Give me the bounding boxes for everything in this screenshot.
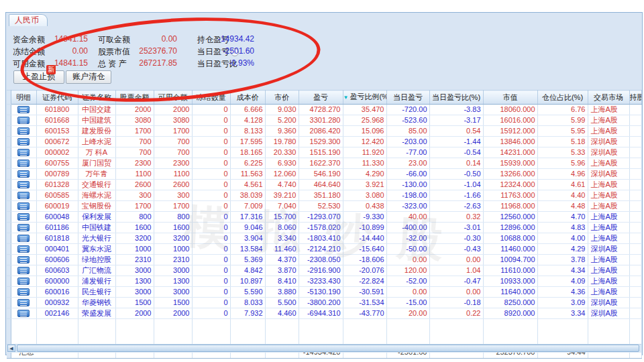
column-header[interactable]: 当日盈亏比(%) <box>429 90 483 105</box>
table-row[interactable]: 601328交通银行2600260004.5614.740464.6403.92… <box>7 180 641 190</box>
detail-icon-button[interactable] <box>17 213 30 221</box>
detail-icon-button[interactable] <box>17 138 30 145</box>
column-header[interactable]: 盈亏 <box>299 90 343 105</box>
table-row[interactable]: 000672上峰水泥700700017.59519.7801529.30012.… <box>7 137 641 147</box>
cell: 000789 <box>36 169 78 180</box>
table-row[interactable]: 600016民生银行3000300005.5903.880-5130.190-3… <box>7 287 641 298</box>
table-row[interactable]: 000401冀东水泥10001000013.58411.460-2124.210… <box>7 244 641 255</box>
table-row[interactable]: 600606绿地控股2310231005.3694.370-2308.050-1… <box>7 255 641 265</box>
detail-icon-button[interactable] <box>17 192 30 199</box>
table-row[interactable]: 000932华菱钢铁1500150008.0335.500-3800.200-3… <box>7 298 641 308</box>
cell: 601818 <box>36 233 78 244</box>
cell: 2000 <box>115 308 154 319</box>
table-row[interactable]: 600048保利发展800800017.31615.700-1293.070-9… <box>7 212 641 223</box>
column-header[interactable]: 交易市场 <box>588 90 629 105</box>
cell: -3233.430 <box>299 276 343 287</box>
cell: 0 <box>192 223 230 233</box>
detail-icon-button[interactable] <box>17 245 30 253</box>
table-row[interactable]: 600000浦发银行13001300010.8978.410-3233.430-… <box>7 276 641 287</box>
cell: -5130.190 <box>299 287 343 298</box>
table-row[interactable]: 601186中国铁建1600160009.0468.060-1578.020-1… <box>7 223 641 233</box>
filler-cell <box>429 319 483 347</box>
cell: 4.34 <box>537 265 588 276</box>
column-header[interactable]: 当日盈亏 <box>386 90 429 105</box>
table-row[interactable]: 600755厦门国贸2300230006.2256.9301622.37011.… <box>7 158 641 169</box>
detail-icon-button[interactable] <box>17 224 30 231</box>
scrollbar-thumb[interactable] <box>17 345 639 352</box>
cell: 上海A股 <box>588 223 629 233</box>
cell: 13846.000 <box>483 137 537 147</box>
cell: 40.00 <box>386 212 429 223</box>
cell: 4728.270 <box>299 105 343 115</box>
detail-icon-button[interactable] <box>17 267 30 274</box>
column-header[interactable]: 市值 <box>483 90 537 105</box>
detail-icon-button[interactable] <box>17 288 30 296</box>
cell: 0.54 <box>429 126 483 137</box>
column-header[interactable]: 仓位占比(%) <box>537 90 588 105</box>
column-header[interactable]: ▼盈亏比例(%) <box>343 90 386 105</box>
cell: 8.060 <box>265 223 299 233</box>
table-row[interactable]: 600019宝钢股份1700170007.0097.04052.5300.438… <box>7 201 641 212</box>
column-header[interactable]: 市价 <box>265 90 299 105</box>
cell: -15.640 <box>343 244 386 255</box>
column-header[interactable]: 可用余额 <box>154 90 192 105</box>
table-row[interactable]: 600153建发股份1700170008.1339.3602086.42015.… <box>7 126 641 137</box>
column-header[interactable]: 冻结数量 <box>192 90 230 105</box>
cell: 1300 <box>154 276 192 287</box>
table-row[interactable]: 600585海螺水泥300300038.03939.210351.1803.08… <box>7 190 641 201</box>
cell: 12560.000 <box>483 212 537 223</box>
cell: -50.00 <box>386 244 429 255</box>
clear-account-button[interactable]: 账户清仓 <box>66 70 111 84</box>
cell-holding <box>629 276 641 287</box>
cell: -3.17 <box>429 115 483 126</box>
stop-profit-loss-button[interactable]: 止盈止损 <box>13 70 64 84</box>
column-header[interactable]: 证券名称 <box>78 90 115 105</box>
cell: 5.369 <box>230 255 265 265</box>
cell: 上海A股 <box>588 190 629 201</box>
table-row[interactable]: 002146荣盛发展2000200007.9324.460-6944.310-4… <box>7 308 641 319</box>
detail-icon-button[interactable] <box>17 149 30 156</box>
cell: 17.595 <box>230 137 265 147</box>
cell: 4.83 <box>537 223 588 233</box>
table-row[interactable]: 000789万年青11001100011.56312.060546.1904.2… <box>7 169 641 180</box>
detail-icon-button[interactable] <box>17 256 30 263</box>
cell-holding <box>629 147 641 158</box>
cell: 上峰水泥 <box>78 137 115 147</box>
cell: 85.00 <box>386 126 429 137</box>
cell: 0 <box>192 147 230 158</box>
detail-icon-button[interactable] <box>17 181 30 188</box>
detail-icon-button[interactable] <box>17 202 30 210</box>
withdrawable-label: 可取金额 <box>98 34 130 46</box>
detail-icon-button[interactable] <box>17 235 30 242</box>
cell-holding <box>629 115 641 126</box>
detail-icon-button[interactable] <box>17 127 30 135</box>
table-row[interactable]: 000002万 科A700700018.16520.3301515.19011.… <box>7 147 641 158</box>
column-header[interactable]: 股票余额 <box>115 90 154 105</box>
detail-icon-button[interactable] <box>17 106 30 113</box>
detail-icon-button[interactable] <box>17 310 30 317</box>
detail-icon-button[interactable] <box>17 170 30 178</box>
column-header[interactable]: 明细 <box>11 90 36 105</box>
detail-icon-button[interactable] <box>17 160 30 167</box>
column-header[interactable]: 持股 <box>629 90 641 105</box>
scroll-left-arrow-icon[interactable]: ◀ <box>7 345 15 352</box>
detail-icon-button[interactable] <box>17 117 30 124</box>
detail-icon-button[interactable] <box>17 278 30 285</box>
cell: 11763.000 <box>483 190 537 201</box>
cell: 2000 <box>154 308 192 319</box>
detail-icon-button[interactable] <box>17 299 30 306</box>
cell: 600603 <box>36 265 78 276</box>
column-header[interactable]: 成本价 <box>230 90 265 105</box>
table-row[interactable]: 601818光大银行3200320003.9043.340-1803.410-1… <box>7 233 641 244</box>
cell: 7.040 <box>265 201 299 212</box>
tab-rmb[interactable]: 人民币 <box>9 14 48 26</box>
cell: 1500 <box>154 298 192 308</box>
column-header[interactable]: 证券代码 <box>36 90 78 105</box>
filler-cell <box>192 319 230 347</box>
table-row[interactable]: 601668中国建筑3080308004.1285.2003301.28025.… <box>7 115 641 126</box>
table-row[interactable]: 600603广汇物流3000300004.8423.870-2916.900-2… <box>7 265 641 276</box>
horizontal-scrollbar[interactable]: ◀ <box>7 344 641 353</box>
table-row[interactable]: 601800中国交建2000200006.6669.0304728.27035.… <box>7 105 641 115</box>
new-badge: 新 <box>46 65 56 74</box>
cell: 6.930 <box>265 158 299 169</box>
